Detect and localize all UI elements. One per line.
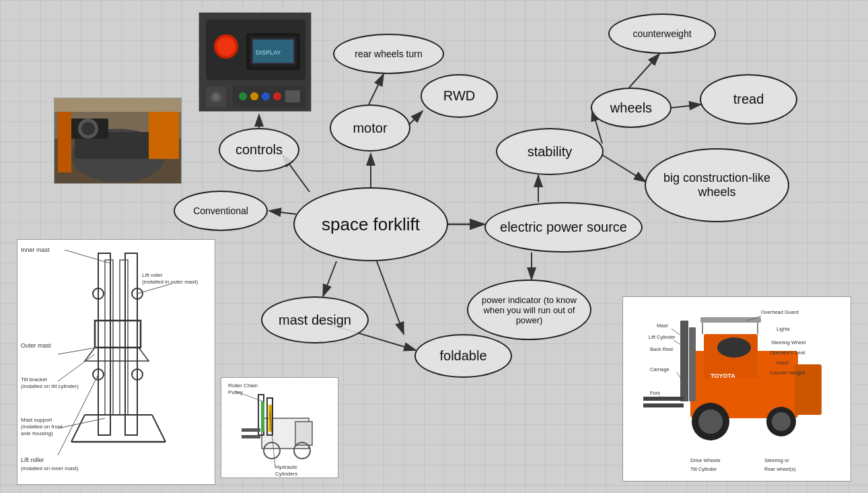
node-big-construction-wheels: big construction-like wheels <box>645 148 789 222</box>
svg-text:Hydraulic: Hydraulic <box>275 464 297 470</box>
forklift-labeled-diagram: TOYOTA Overhead Guard Mast Lift Cylinder… <box>622 296 851 482</box>
svg-point-87 <box>772 412 791 431</box>
svg-point-12 <box>213 94 219 100</box>
node-tread: tread <box>700 74 797 125</box>
svg-text:Lift roller: Lift roller <box>142 272 163 278</box>
svg-text:Rear wheel(s): Rear wheel(s) <box>764 466 796 472</box>
node-controls: controls <box>219 128 299 172</box>
svg-text:Counter Weight: Counter Weight <box>770 370 805 376</box>
node-mast-design: mast design <box>261 296 369 343</box>
node-stability: stability <box>496 128 604 175</box>
svg-rect-67 <box>242 435 260 438</box>
svg-text:Tilt Cylinder: Tilt Cylinder <box>690 466 717 472</box>
svg-text:Drive Wheels: Drive Wheels <box>690 457 721 463</box>
mind-map-canvas: DISPLAY <box>0 0 868 493</box>
svg-text:(installed on tilt cylinder): (installed on tilt cylinder) <box>21 383 79 389</box>
svg-text:Lift Cylinder: Lift Cylinder <box>649 334 676 340</box>
svg-rect-82 <box>643 397 684 401</box>
svg-point-16 <box>262 92 270 100</box>
node-foldable: foldable <box>414 334 512 378</box>
svg-point-15 <box>250 92 258 100</box>
svg-rect-29 <box>55 98 182 112</box>
svg-rect-28 <box>58 112 71 172</box>
svg-text:(installed on front: (installed on front <box>21 424 63 430</box>
svg-rect-61 <box>295 422 312 445</box>
svg-text:Cylinders: Cylinders <box>275 471 297 477</box>
svg-text:Overhead Guard: Overhead Guard <box>761 309 799 315</box>
svg-text:Inner mast: Inner mast <box>21 246 50 253</box>
svg-point-26 <box>81 122 95 135</box>
mast-diagram-image: Inner mast Lift roller (installed in out… <box>17 239 215 485</box>
svg-rect-68 <box>261 401 264 432</box>
mast-chart-image: Roller Chain Pulley Hydraulic Cylinders <box>221 377 338 478</box>
svg-text:(installed on inner mast): (installed on inner mast) <box>21 465 79 471</box>
svg-point-14 <box>239 92 247 100</box>
svg-text:Outer mast: Outer mast <box>21 342 51 349</box>
svg-rect-77 <box>700 317 761 323</box>
svg-text:Steering Wheel: Steering Wheel <box>771 339 806 346</box>
node-electric-power-source: electric power source <box>484 202 643 253</box>
forklift-interior-image <box>54 98 182 184</box>
node-rear-wheels-turn: rear wheels turn <box>333 34 444 74</box>
svg-text:Operator's Seat: Operator's Seat <box>770 350 805 356</box>
node-counterweight: counterweight <box>608 13 716 54</box>
svg-text:axle housing): axle housing) <box>21 430 53 436</box>
svg-text:Lights: Lights <box>776 326 790 332</box>
node-motor: motor <box>330 104 410 152</box>
svg-point-88 <box>717 337 751 358</box>
svg-text:TOYOTA: TOYOTA <box>711 372 735 379</box>
svg-rect-81 <box>689 327 696 401</box>
svg-text:(installed in outer mast): (installed in outer mast) <box>142 279 198 285</box>
svg-rect-18 <box>285 90 300 102</box>
node-power-indicator: power indicator (to know when you will r… <box>467 280 591 340</box>
svg-text:Fork: Fork <box>650 390 660 396</box>
svg-text:Lift roller: Lift roller <box>21 457 44 463</box>
svg-text:Roller Chain: Roller Chain <box>228 383 258 389</box>
node-conventional: Conventional <box>174 191 268 231</box>
svg-text:Carriage: Carriage <box>650 366 670 372</box>
svg-point-17 <box>273 92 281 100</box>
svg-rect-30 <box>17 240 215 485</box>
svg-text:Tilt bracket: Tilt bracket <box>21 376 48 383</box>
node-space-forklift: space forklift <box>293 187 448 261</box>
svg-text:Hood: Hood <box>776 360 789 366</box>
forklift-controls-image: DISPLAY <box>198 12 312 112</box>
node-rwd: RWD <box>421 74 498 118</box>
svg-text:Back Rest: Back Rest <box>650 346 674 352</box>
svg-point-4 <box>217 37 236 56</box>
node-wheels: wheels <box>591 88 672 128</box>
svg-text:Steering or: Steering or <box>764 457 789 463</box>
svg-text:Mast support: Mast support <box>21 417 52 423</box>
svg-rect-83 <box>643 403 684 407</box>
svg-text:Pulley: Pulley <box>228 389 243 395</box>
svg-text:DISPLAY: DISPLAY <box>256 49 281 56</box>
svg-point-85 <box>698 409 723 434</box>
svg-rect-27 <box>149 112 179 159</box>
svg-text:Mast: Mast <box>657 323 668 329</box>
svg-rect-66 <box>242 428 260 432</box>
svg-rect-80 <box>680 321 688 401</box>
